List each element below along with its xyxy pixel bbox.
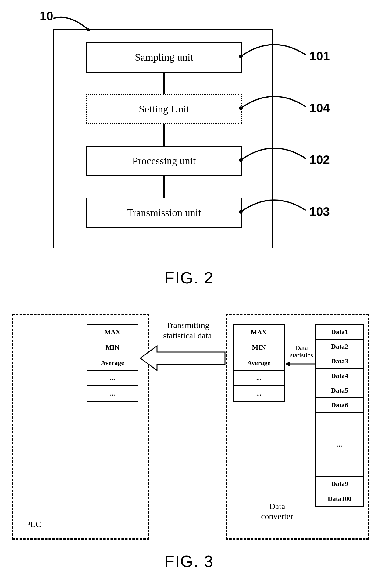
converter-stats-table: MAX MIN Average ... ... [233, 324, 285, 402]
stats-cell-etc1: ... [234, 371, 284, 386]
leader-line-icon [239, 91, 309, 119]
transmit-label: Transmitting statistical data [152, 320, 223, 340]
stats-cell-average: Average [87, 355, 138, 371]
svg-marker-5 [140, 346, 225, 370]
ref-num-104: 104 [309, 101, 330, 115]
ref-num-102: 102 [309, 153, 330, 167]
data-cell-1: Data1 [316, 325, 363, 340]
stats-cell-etc2: ... [234, 386, 284, 401]
plc-box: MAX MIN Average ... ... PLC [12, 314, 149, 540]
data-item-table: Data1 Data2 Data3 Data4 Data5 Data6 ... … [315, 324, 364, 507]
data-stats-label-line1: Data [295, 344, 308, 351]
ref-num-101: 101 [309, 49, 330, 63]
unit-box-sampling: Sampling unit [86, 42, 242, 73]
unit-box-setting: Setting Unit [86, 94, 242, 124]
data-cell-100: Data100 [316, 491, 363, 506]
svg-marker-7 [285, 362, 290, 366]
data-converter-box: MAX MIN Average ... ... Data statistics … [226, 314, 369, 540]
fig2-caption: FIG. 2 [0, 268, 378, 287]
unit-label: Sampling unit [135, 52, 193, 63]
unit-box-processing: Processing unit [86, 146, 242, 176]
ref-num-103: 103 [309, 205, 330, 219]
data-cell-3: Data3 [316, 354, 363, 369]
data-cell-gap: ... [316, 413, 363, 477]
stats-cell-etc2: ... [87, 386, 138, 401]
stats-cell-max: MAX [87, 325, 138, 340]
connector-line-icon [163, 176, 165, 198]
connector-line-icon [163, 124, 165, 146]
stats-cell-min: MIN [87, 340, 138, 355]
unit-label: Transmission unit [127, 207, 201, 219]
transmit-label-line1: Transmitting [166, 320, 209, 330]
fig3-caption: FIG. 3 [0, 552, 378, 571]
transmit-label-line2: statistical data [163, 331, 212, 340]
data-cell-4: Data4 [316, 369, 363, 383]
leader-line-icon [239, 195, 309, 223]
data-cell-5: Data5 [316, 383, 363, 398]
unit-label: Setting Unit [139, 103, 189, 115]
stats-cell-max: MAX [234, 325, 284, 340]
unit-label: Processing unit [132, 155, 196, 167]
connector-line-icon [163, 73, 165, 94]
data-cell-2: Data2 [316, 340, 363, 354]
data-cell-9: Data9 [316, 477, 363, 491]
leader-line-icon [239, 40, 309, 67]
data-stats-label-line2: statistics [290, 351, 313, 359]
leader-line-icon [239, 143, 309, 171]
stats-cell-etc1: ... [87, 371, 138, 386]
big-arrow-left-icon [140, 344, 226, 372]
plc-stats-table: MAX MIN Average ... ... [87, 324, 138, 402]
small-arrow-left-icon [285, 360, 316, 368]
unit-box-transmission: Transmission unit [86, 198, 242, 228]
stats-cell-average: Average [234, 355, 284, 371]
plc-label: PLC [26, 519, 41, 529]
data-stats-label: Data statistics [288, 344, 315, 359]
stats-cell-min: MIN [234, 340, 284, 355]
data-converter-label: Data converter [254, 501, 300, 522]
data-converter-label-text: Data converter [261, 501, 293, 521]
data-cell-6: Data6 [316, 398, 363, 413]
